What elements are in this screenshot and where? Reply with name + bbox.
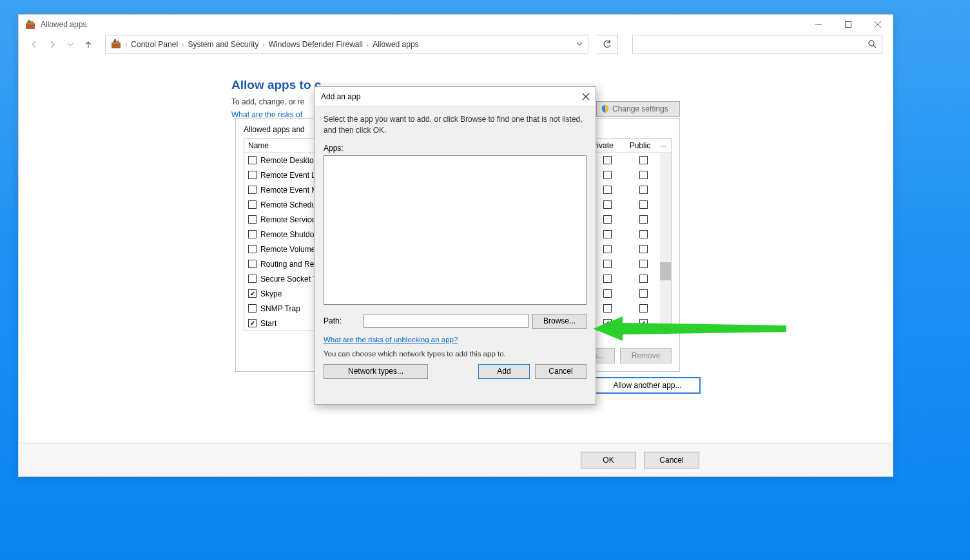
back-button[interactable] bbox=[29, 39, 39, 50]
browse-button[interactable]: Browse... bbox=[532, 314, 587, 329]
dialog-button-row: Network types... Add Cancel bbox=[324, 364, 587, 379]
breadcrumb-item[interactable]: Control Panel bbox=[131, 40, 178, 49]
public-checkbox[interactable] bbox=[639, 245, 648, 253]
minimize-button[interactable] bbox=[804, 15, 833, 34]
address-bar[interactable]: › Control Panel › System and Security › … bbox=[105, 35, 588, 54]
apps-listbox[interactable] bbox=[324, 155, 587, 305]
private-checkbox[interactable] bbox=[603, 245, 612, 253]
close-button[interactable] bbox=[863, 15, 893, 34]
dialog-risk-link[interactable]: What are the risks of unblocking an app? bbox=[324, 336, 458, 343]
ok-button[interactable]: OK bbox=[581, 452, 636, 468]
dialog-close-button[interactable] bbox=[580, 91, 592, 102]
change-settings-label: Change settings bbox=[612, 104, 668, 113]
svg-rect-9 bbox=[114, 39, 116, 43]
scroll-thumb[interactable] bbox=[660, 262, 671, 280]
navigation-bar: › Control Panel › System and Security › … bbox=[19, 34, 893, 55]
remove-button[interactable]: Remove bbox=[620, 348, 672, 363]
chevron-right-icon: › bbox=[262, 41, 264, 48]
public-checkbox[interactable] bbox=[639, 186, 648, 194]
shield-icon bbox=[601, 104, 610, 113]
private-checkbox[interactable] bbox=[603, 200, 612, 209]
bottom-button-bar: OK Cancel bbox=[19, 443, 893, 476]
row-checkbox[interactable] bbox=[248, 186, 257, 194]
row-checkbox[interactable] bbox=[248, 215, 257, 224]
row-checkbox[interactable] bbox=[248, 200, 257, 209]
scroll-down-icon[interactable]: ﹀ bbox=[660, 320, 671, 331]
recent-dropdown[interactable] bbox=[65, 39, 75, 50]
private-checkbox[interactable] bbox=[603, 186, 612, 194]
private-checkbox[interactable] bbox=[603, 171, 612, 179]
private-checkbox[interactable] bbox=[603, 275, 612, 283]
search-box[interactable] bbox=[632, 35, 882, 54]
public-checkbox[interactable] bbox=[639, 200, 648, 209]
public-checkbox[interactable] bbox=[639, 171, 648, 179]
private-checkbox[interactable] bbox=[603, 156, 612, 164]
chevron-right-icon: › bbox=[367, 41, 369, 48]
row-checkbox[interactable] bbox=[248, 319, 257, 327]
private-checkbox[interactable] bbox=[603, 319, 612, 327]
cancel-button[interactable]: Cancel bbox=[644, 452, 699, 468]
dialog-instruction: Select the app you want to add, or click… bbox=[324, 114, 587, 136]
public-checkbox[interactable] bbox=[639, 304, 648, 313]
network-types-button[interactable]: Network types... bbox=[324, 364, 428, 379]
chevron-right-icon: › bbox=[182, 41, 184, 48]
row-checkbox[interactable] bbox=[248, 275, 257, 283]
svg-rect-2 bbox=[28, 20, 30, 23]
change-settings-button[interactable]: Change settings bbox=[596, 101, 680, 117]
apps-label: Apps: bbox=[324, 144, 587, 153]
window-title: Allowed apps bbox=[41, 20, 86, 29]
scroll-up-icon[interactable]: ︿ bbox=[658, 141, 670, 150]
row-checkbox[interactable] bbox=[248, 260, 257, 268]
path-label: Path: bbox=[324, 316, 360, 325]
scrollbar[interactable]: ﹀ bbox=[660, 153, 671, 331]
forward-button[interactable] bbox=[47, 39, 57, 50]
search-icon bbox=[868, 39, 877, 50]
row-checkbox[interactable] bbox=[248, 171, 257, 179]
private-checkbox[interactable] bbox=[603, 260, 612, 268]
add-button[interactable]: Add bbox=[478, 364, 530, 379]
public-checkbox[interactable] bbox=[639, 319, 648, 327]
address-dropdown[interactable] bbox=[576, 41, 583, 48]
private-checkbox[interactable] bbox=[603, 215, 612, 224]
row-checkbox[interactable] bbox=[248, 230, 257, 238]
address-icon bbox=[111, 39, 121, 51]
breadcrumb-item[interactable]: Allowed apps bbox=[373, 40, 418, 49]
public-checkbox[interactable] bbox=[639, 275, 648, 283]
window-controls bbox=[804, 15, 893, 34]
svg-point-10 bbox=[869, 41, 874, 46]
title-bar: Allowed apps bbox=[19, 15, 893, 34]
refresh-button[interactable] bbox=[596, 35, 618, 54]
dialog-title-bar: Add an app bbox=[315, 87, 596, 106]
row-checkbox[interactable] bbox=[248, 304, 257, 313]
public-checkbox[interactable] bbox=[639, 230, 648, 238]
public-checkbox[interactable] bbox=[639, 289, 648, 298]
app-icon bbox=[25, 19, 35, 30]
breadcrumb-item[interactable]: Windows Defender Firewall bbox=[269, 40, 363, 49]
svg-line-11 bbox=[873, 45, 876, 48]
public-checkbox[interactable] bbox=[639, 215, 648, 224]
private-checkbox[interactable] bbox=[603, 304, 612, 313]
network-types-text: You can choose which network types to ad… bbox=[324, 350, 587, 358]
row-checkbox[interactable] bbox=[248, 156, 257, 164]
add-app-dialog: Add an app Select the app you want to ad… bbox=[314, 86, 596, 405]
row-checkbox[interactable] bbox=[248, 245, 257, 253]
private-checkbox[interactable] bbox=[603, 289, 612, 298]
public-checkbox[interactable] bbox=[639, 156, 648, 164]
up-button[interactable] bbox=[83, 39, 93, 50]
public-checkbox[interactable] bbox=[639, 260, 648, 268]
dialog-cancel-button[interactable]: Cancel bbox=[535, 364, 587, 379]
breadcrumb-item[interactable]: System and Security bbox=[188, 40, 258, 49]
dialog-body: Select the app you want to add, or click… bbox=[315, 106, 596, 387]
chevron-right-icon: › bbox=[125, 41, 127, 48]
dialog-title: Add an app bbox=[321, 92, 360, 101]
path-row: Path: Browse... bbox=[324, 314, 587, 329]
svg-rect-4 bbox=[846, 22, 851, 28]
allow-another-app-button[interactable]: Allow another app... bbox=[594, 377, 701, 394]
private-checkbox[interactable] bbox=[603, 230, 612, 238]
column-public[interactable]: Public bbox=[622, 141, 658, 150]
maximize-button[interactable] bbox=[833, 15, 863, 34]
path-input[interactable] bbox=[364, 314, 529, 328]
row-checkbox[interactable] bbox=[248, 289, 257, 298]
